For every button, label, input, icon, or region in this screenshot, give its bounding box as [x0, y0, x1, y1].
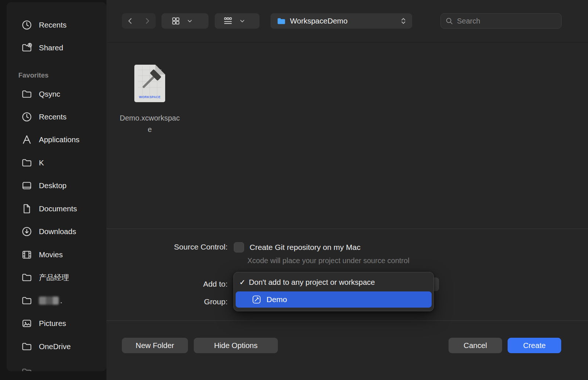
sidebar-item-recents[interactable]: Recents — [15, 17, 101, 33]
photo-icon — [21, 318, 32, 329]
folder-icon — [21, 272, 32, 283]
chevron-down-icon — [186, 18, 193, 24]
group-list-icon — [223, 16, 233, 26]
folder-icon — [21, 295, 32, 306]
desktop-icon — [21, 180, 32, 191]
film-icon — [21, 249, 32, 260]
sidebar-item-redacted[interactable]: . — [15, 293, 101, 309]
location-popup-button[interactable]: WorkspaceDemo — [271, 13, 412, 29]
favorites-section-header: Favorites — [18, 71, 48, 79]
redacted-label — [39, 297, 59, 305]
git-repository-checkbox[interactable] — [234, 242, 244, 252]
shared-folder-icon — [21, 42, 32, 53]
download-icon — [21, 226, 32, 237]
sidebar-item-label: K — [39, 158, 44, 167]
xcode-project-icon — [252, 295, 261, 304]
hide-options-button[interactable]: Hide Options — [194, 338, 278, 353]
nav-buttons — [122, 13, 156, 29]
clock-icon — [21, 111, 32, 122]
folder-icon — [21, 157, 32, 168]
menu-item-label: Demo — [266, 295, 287, 304]
sidebar-item-movies[interactable]: Movies — [15, 247, 101, 263]
sidebar-item-label: Recents — [39, 112, 66, 121]
back-button[interactable] — [126, 17, 134, 25]
git-hint-text: Xcode will place your project under sour… — [247, 257, 409, 265]
cancel-button[interactable]: Cancel — [449, 338, 502, 353]
sidebar-item-label: Downloads — [39, 227, 76, 236]
sidebar-item-label: Shared — [39, 43, 63, 52]
group-label: Group: — [106, 297, 228, 306]
main-panel — [106, 0, 588, 380]
save-dialog-window: Recents Shared Favorites Qsync Recents — [0, 0, 588, 380]
sidebar-item-documents[interactable]: Documents — [15, 201, 101, 217]
folder-icon — [21, 367, 32, 371]
sidebar-item-label: Desktop — [39, 181, 66, 190]
sidebar-item-label: Documents — [39, 204, 77, 213]
folder-icon — [21, 341, 32, 352]
sidebar-item-k[interactable]: K — [15, 155, 101, 171]
sidebar-item-label: Qsync — [39, 90, 60, 98]
sidebar-item-downloads[interactable]: Downloads — [15, 223, 101, 240]
sidebar: Recents Shared Favorites Qsync Recents — [7, 2, 106, 371]
sidebar-item-onedrive[interactable]: OneDrive — [15, 338, 101, 355]
source-control-label: Source Control: — [106, 243, 228, 251]
sidebar-item-shared[interactable]: Shared — [15, 40, 101, 56]
chevron-down-icon — [239, 18, 246, 24]
xcworkspace-file-icon: WORKSPACE — [134, 65, 165, 102]
view-mode-button[interactable] — [161, 13, 208, 29]
git-checkbox-label[interactable]: Create Git repository on my Mac — [250, 243, 360, 252]
sidebar-item-label: OneDrive — [39, 342, 71, 351]
menu-item-demo[interactable]: Demo — [236, 291, 432, 308]
add-to-dropdown-menu: ✓ Don't add to any project or workspace … — [233, 272, 434, 311]
sidebar-item-label: Movies — [39, 250, 63, 259]
options-divider — [106, 229, 588, 229]
sidebar-item-qsync[interactable]: Qsync — [15, 86, 101, 102]
toolbar-divider — [106, 42, 588, 43]
sidebar-item-label: Recents — [39, 21, 66, 29]
create-button[interactable]: Create — [508, 338, 561, 353]
sidebar-item-applications[interactable]: Applications — [15, 132, 101, 148]
search-icon — [445, 17, 453, 25]
new-folder-button[interactable]: New Folder — [122, 338, 188, 353]
group-sort-button[interactable] — [215, 13, 259, 29]
forward-button[interactable] — [143, 17, 151, 25]
sidebar-item-pictures[interactable]: Pictures — [15, 315, 101, 331]
file-name-label: Demo.xcworkspace — [119, 112, 181, 135]
add-to-label: Add to: — [106, 280, 228, 288]
sidebar-item-label: Applications — [39, 135, 80, 144]
sidebar-item-recents-favorites[interactable]: Recents — [15, 109, 101, 125]
sidebar-item-label: 产品经理 — [39, 272, 69, 283]
sidebar-item-partial[interactable] — [15, 364, 101, 371]
menu-item-dont-add[interactable]: ✓ Don't add to any project or workspace — [236, 274, 432, 290]
up-down-chevron-icon — [400, 17, 407, 25]
clock-icon — [21, 19, 32, 31]
location-label: WorkspaceDemo — [290, 17, 400, 25]
search-input[interactable] — [456, 17, 561, 26]
sidebar-item-product-manager[interactable]: 产品经理 — [15, 269, 101, 286]
folder-icon — [21, 89, 32, 100]
blue-folder-icon — [276, 16, 286, 26]
search-field[interactable] — [440, 13, 562, 29]
menu-item-label: Don't add to any project or workspace — [249, 278, 375, 287]
sidebar-item-desktop[interactable]: Desktop — [15, 178, 101, 194]
footer-divider — [106, 320, 588, 321]
checkmark-icon: ✓ — [239, 278, 249, 287]
file-item-demo-xcworkspace[interactable]: WORKSPACE Demo.xcworkspace — [115, 65, 185, 135]
redacted-label-dot: . — [60, 297, 62, 305]
grid-view-icon — [171, 16, 181, 26]
workspace-badge: WORKSPACE — [134, 95, 165, 99]
applications-icon — [21, 134, 32, 145]
sidebar-item-label: Pictures — [39, 319, 66, 328]
document-icon — [21, 203, 32, 214]
